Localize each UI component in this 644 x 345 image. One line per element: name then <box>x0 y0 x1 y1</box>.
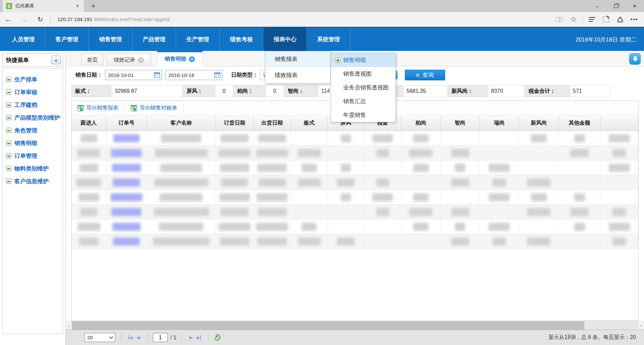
tab-close-icon[interactable]: × <box>74 3 80 9</box>
favorites-button[interactable]: ☆ <box>567 14 581 25</box>
forward-button[interactable]: → <box>16 15 32 24</box>
sidebar-item-2[interactable]: 订单审核 <box>3 86 63 98</box>
table-cell <box>328 131 364 145</box>
pager-divider <box>147 333 148 342</box>
url-field[interactable]: 120.27.194.191:8888/index.ered?reqCode=a… <box>57 16 552 22</box>
submenu-item-1[interactable]: 销售明细 <box>331 53 395 67</box>
page-size-select[interactable]: 20 <box>85 333 115 342</box>
new-tab-button[interactable]: + <box>87 0 100 12</box>
nav-item-6[interactable]: 绩效考核 <box>220 27 263 51</box>
column-header-11[interactable]: 瑞尚 <box>480 116 519 131</box>
scroll-left-arrow[interactable]: ‹ <box>66 321 72 330</box>
table-row[interactable] <box>71 160 638 175</box>
nav-item-5[interactable]: 生产管理 <box>176 27 220 51</box>
column-header-4[interactable]: 订货日期 <box>216 116 254 131</box>
table-row[interactable] <box>71 190 638 205</box>
sidebar-item-4[interactable]: 产品模型类别维护 <box>3 111 63 124</box>
nav-item-8[interactable]: 系统管理 <box>307 27 351 51</box>
sidebar-item-1[interactable]: 生产排单 <box>3 73 63 86</box>
table-row[interactable] <box>71 219 638 234</box>
back-button[interactable]: ← <box>0 15 16 24</box>
hub-button[interactable] <box>585 14 599 25</box>
horizontal-scrollbar[interactable]: ‹ › <box>66 321 644 330</box>
sidebar-collapse-button[interactable]: « <box>51 56 61 64</box>
sidebar-item-5[interactable]: 角色管理 <box>3 124 63 137</box>
column-header-empty[interactable] <box>600 116 638 131</box>
table-row[interactable] <box>71 146 638 160</box>
table-cell <box>328 205 364 219</box>
last-page-button[interactable]: ▶ <box>197 335 201 340</box>
submenu-item-4[interactable]: 销售汇总 <box>331 94 395 108</box>
browser-tab[interactable]: E 亿尚家具 × <box>3 0 84 12</box>
table-cell <box>328 160 364 175</box>
column-header-9[interactable]: 柏尚 <box>401 116 441 131</box>
nav-item-7[interactable]: 报表中心 <box>263 27 307 51</box>
calendar-icon[interactable] <box>214 72 220 78</box>
column-header-12[interactable]: 新风尚 <box>519 116 559 131</box>
column-header-3[interactable]: 客户名称 <box>147 116 216 131</box>
menu-item-1[interactable]: 销售报表 <box>265 51 330 67</box>
restore-button[interactable] <box>606 0 625 12</box>
next-page-button[interactable]: ▶ <box>190 335 193 340</box>
table-row[interactable] <box>71 131 638 146</box>
minimize-button[interactable]: – <box>588 0 606 12</box>
calendar-icon[interactable] <box>154 72 160 78</box>
tab-close-icon[interactable]: × <box>189 56 195 62</box>
date-to-input[interactable]: 2016-10-18 <box>165 70 222 80</box>
table-row[interactable] <box>71 205 638 219</box>
scrollbar-track[interactable] <box>72 321 638 330</box>
web-note-button[interactable] <box>599 14 613 25</box>
table-row[interactable] <box>71 234 638 249</box>
table-cell <box>600 146 638 160</box>
reading-view-button[interactable] <box>552 14 567 25</box>
query-button[interactable]: 查询 <box>405 70 445 80</box>
menu-item-2[interactable]: 绩效报表 <box>265 67 330 83</box>
column-header-1[interactable]: 跟进人 <box>71 116 106 131</box>
column-header-5[interactable]: 出货日期 <box>254 116 291 131</box>
tab-2[interactable]: 绩效记录× <box>107 54 151 66</box>
scrollbar-thumb[interactable] <box>72 321 584 330</box>
column-header-10[interactable]: 智尚 <box>441 116 480 131</box>
date-from-input[interactable]: 2016-10-01 <box>105 70 162 80</box>
more-button[interactable]: ••• <box>627 14 641 25</box>
column-header-13[interactable]: 其他金额 <box>559 116 600 131</box>
stat-label-3: 柏尚： <box>233 85 265 97</box>
nav-item-4[interactable]: 产品管理 <box>132 27 176 51</box>
table-row[interactable] <box>71 175 638 190</box>
first-page-button[interactable]: ◀ <box>128 335 132 340</box>
page-number-input[interactable]: 1 <box>153 333 168 342</box>
nav-item-1[interactable]: 人员管理 <box>2 27 45 51</box>
scroll-right-arrow[interactable]: › <box>638 321 644 330</box>
submenu-item-5[interactable]: 年度销售 <box>331 108 395 122</box>
censored-value <box>155 149 208 157</box>
tab-close-icon[interactable]: × <box>138 57 144 63</box>
sidebar-item-7[interactable]: 订单管理 <box>3 149 63 162</box>
column-header-2[interactable]: 订单号 <box>106 116 147 131</box>
export-sales-report-button[interactable]: 导出销售报表 <box>71 103 124 113</box>
sidebar-item-6[interactable]: 销售明细 <box>3 137 63 149</box>
tab-overflow-button[interactable] <box>629 53 641 65</box>
sidebar-item-9[interactable]: 客户信息维护 <box>3 175 63 188</box>
nav-item-2[interactable]: 客户管理 <box>45 27 89 51</box>
tab-3[interactable]: 销售明细× <box>157 51 203 66</box>
grid-refresh-button[interactable] <box>213 333 221 341</box>
submenu-item-3[interactable]: 业务员销售透视图 <box>331 81 395 94</box>
table-cell <box>147 131 216 145</box>
close-button[interactable]: × <box>625 0 644 12</box>
prev-page-button[interactable]: ◀ <box>137 335 140 340</box>
submenu-item-2[interactable]: 销售透视图 <box>331 67 395 81</box>
export-statement-button[interactable]: 导出销售对账单 <box>125 103 183 113</box>
tab-1[interactable]: 首页 <box>81 54 103 66</box>
submenu-item-label: 销售明细 <box>343 56 366 64</box>
sidebar-item-3[interactable]: 工序建档 <box>3 98 63 111</box>
share-button[interactable] <box>613 14 627 25</box>
app-window: E 亿尚家具 × + – × ← → ↻ 120.27.194.191:8888… <box>0 0 644 345</box>
table-cell <box>291 219 328 234</box>
tree-plus-icon <box>335 58 340 63</box>
censored-value <box>612 149 626 157</box>
nav-item-3[interactable]: 销售管理 <box>89 27 132 51</box>
column-header-6[interactable]: 板式 <box>291 116 328 131</box>
censored-value <box>574 134 585 142</box>
refresh-button[interactable]: ↻ <box>32 15 48 23</box>
sidebar-item-8[interactable]: 物料类别维护 <box>3 162 63 175</box>
